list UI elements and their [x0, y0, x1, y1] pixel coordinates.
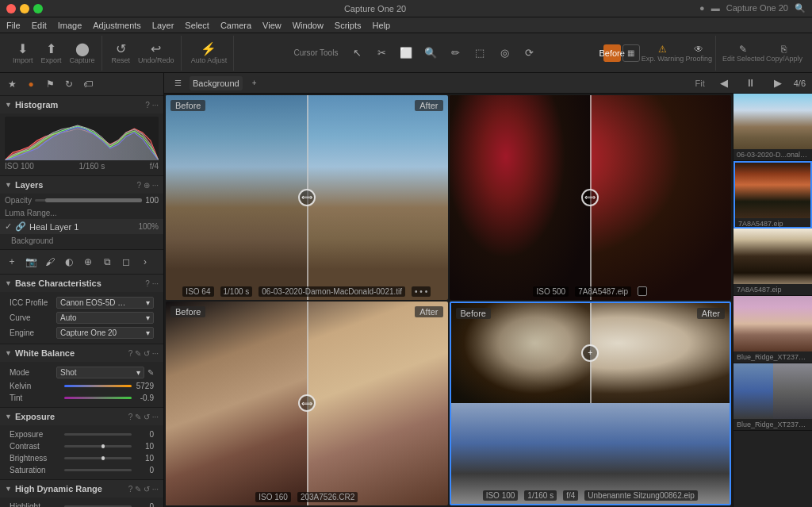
cursor-tool-3[interactable]: ⬜ [395, 42, 417, 64]
viewer-cell-food[interactable]: ⟺ ISO 500 7A8A5487.eip [450, 95, 732, 300]
curve-label: Curve [10, 313, 53, 322]
exp-warning-button[interactable]: ⚠ Exp. Warning [642, 44, 684, 63]
menu-window[interactable]: Window [293, 21, 324, 30]
filmstrip-item-3[interactable]: 7A8A5487.eip [733, 229, 812, 296]
grid-button[interactable]: ▦ [622, 44, 640, 62]
histogram-header[interactable]: ▼ Histogram ? ··· [0, 96, 163, 113]
icc-select[interactable]: Canon EOS-5D Mk IV Generic... ▾ [56, 297, 154, 309]
filmstrip-item-4[interactable]: Blue_Ridge_XT23721.RAF [733, 296, 812, 363]
cursor-tool-8[interactable]: ⟳ [518, 42, 540, 64]
wb-header[interactable]: ▼ White Balance ? ✎ ↺ ··· [0, 344, 163, 362]
menu-scripts[interactable]: Scripts [335, 21, 362, 30]
cursor-tool-1[interactable]: ↖ [346, 42, 368, 64]
cursor-tool-2[interactable]: ✂ [370, 42, 393, 64]
add-tool[interactable]: + [3, 253, 21, 271]
cursor-tool-4[interactable]: 🔍 [419, 42, 442, 64]
engine-select[interactable]: Capture One 20 ▾ [56, 327, 154, 339]
menu-adjustments[interactable]: Adjustments [93, 21, 141, 30]
base-header[interactable]: ▼ Base Characteristics ? ··· [0, 275, 163, 292]
copy-apply-button[interactable]: ⎘ Copy/Apply [766, 44, 802, 63]
edit-selected-button[interactable]: ✎ Edit Selected [722, 44, 764, 63]
gradient-tool[interactable]: ◐ [60, 253, 78, 271]
nav-pause-btn[interactable]: ⏸ [740, 73, 762, 94]
filmstrip-item-1[interactable]: 06-03-2020-D...onald-0021.tif [733, 94, 812, 161]
food2-info: ISO 100 1/160 s f/4 Unbenannte Sitzung00… [451, 490, 730, 501]
food-split-handle[interactable]: ⟺ [581, 189, 599, 206]
fullscreen-button[interactable] [33, 4, 43, 13]
auto-adjust-button[interactable]: ⚡ Auto Adjust [188, 40, 231, 66]
main-toolbar: ⬇ Import ⬆ Export ⬤ Capture ↺ Reset ↩ Un… [0, 33, 812, 73]
opacity-slider[interactable] [35, 199, 142, 202]
contrast-slider[interactable] [64, 445, 132, 447]
brush-tool[interactable]: 🖌 [41, 253, 59, 271]
cursor-tool-7[interactable]: ◎ [493, 42, 515, 64]
food2-after-label: After [697, 308, 725, 319]
viewer-grid: Before After ⟺ ISO 64 1/100 s 06-03-2020… [164, 94, 733, 507]
filmstrip-item-5[interactable]: Blue_Ridge_XT23721.RAF [733, 363, 812, 431]
saturation-slider[interactable] [64, 469, 132, 471]
histogram-content: ISO 100 1/160 s f/4 [0, 113, 163, 175]
viewer-cell-mountains[interactable]: Before After ⟺ ISO 64 1/100 s 06-03-2020… [166, 95, 448, 300]
erase-tool[interactable]: ◻ [117, 253, 135, 271]
heal-tool[interactable]: ⊕ [79, 253, 97, 271]
layer-1-item[interactable]: ✓ 🔗 Heal Layer 1 100% [0, 219, 163, 234]
luma-range-btn[interactable]: Luma Range... [0, 207, 163, 219]
wb-arrow: ▼ [5, 349, 12, 357]
filmstrip-item-2[interactable]: 7A8A5487.eip [733, 161, 812, 229]
cursor-tool-6[interactable]: ⬚ [469, 42, 491, 64]
close-button[interactable] [6, 4, 16, 13]
import-button[interactable]: ⬇ Import [10, 40, 36, 66]
quick-tool-flag[interactable]: ⚑ [41, 75, 59, 93]
menu-help[interactable]: Help [372, 21, 390, 30]
brightness-slider[interactable] [64, 457, 132, 459]
food2-filename: Unbenannte Sitzung00862.eip [584, 490, 698, 501]
viewer-toolbar: ☰ Background + Fit ◀ ⏸ ▶ 4/6 [164, 73, 812, 94]
curve-select[interactable]: Auto ▾ [56, 312, 154, 324]
layers-arrow: ▼ [5, 181, 12, 189]
wb-edit-icon[interactable]: ✎ [147, 368, 154, 377]
undo-redo-button[interactable]: ↩ Undo/Redo [135, 40, 178, 66]
capture-button[interactable]: ⬤ Capture [67, 40, 98, 66]
nav-prev-btn[interactable]: ◀ [713, 73, 735, 94]
highlight-value: 0 [135, 502, 154, 507]
minimize-button[interactable] [20, 4, 29, 13]
menu-image[interactable]: Image [58, 21, 82, 30]
cursor-tool-5[interactable]: ✏ [444, 42, 466, 64]
export-button[interactable]: ⬆ Export [38, 40, 65, 66]
hdr-arrow: ▼ [5, 485, 12, 493]
nav-next-btn[interactable]: ▶ [767, 73, 789, 94]
quick-tool-rotate[interactable]: ↻ [60, 75, 78, 93]
food-checkbox[interactable] [638, 286, 647, 296]
viewer-cell-portrait[interactable]: Before After ⟺ ISO 160 203A7526.CR2 [166, 302, 448, 506]
quick-tool-star[interactable]: ★ [3, 75, 21, 93]
mode-select[interactable]: Shot ▾ [56, 367, 144, 378]
before-button[interactable]: Before [603, 44, 621, 62]
layers-header[interactable]: ▼ Layers ? ⊕ ··· [0, 176, 163, 194]
search-icon[interactable]: 🔍 [795, 3, 806, 13]
clone-tool[interactable]: ⧉ [98, 253, 116, 271]
viewer-prev-btn[interactable]: ☰ [170, 76, 185, 90]
food2-split-handle[interactable]: + [581, 344, 599, 362]
tint-slider[interactable] [64, 397, 132, 399]
add-layer-btn[interactable]: + [247, 76, 262, 90]
menu-view[interactable]: View [262, 21, 282, 30]
more-tools[interactable]: › [136, 253, 154, 271]
menu-layer[interactable]: Layer [152, 21, 174, 30]
menu-select[interactable]: Select [185, 21, 209, 30]
menu-file[interactable]: File [6, 21, 21, 30]
traffic-lights [6, 4, 43, 13]
quick-tool-tag[interactable]: 🏷 [79, 75, 97, 93]
proofing-button[interactable]: 👁 Proofing [685, 44, 712, 63]
menu-edit[interactable]: Edit [32, 21, 47, 30]
kelvin-slider[interactable] [64, 385, 132, 387]
quick-tool-color[interactable]: ● [22, 75, 40, 93]
reset-button[interactable]: ↺ Reset [109, 40, 134, 66]
brightness-label: Brightness [10, 454, 61, 463]
exposure-slider[interactable] [64, 433, 132, 436]
camera-icon-btn[interactable]: 📷 [22, 253, 40, 271]
hdr-header[interactable]: ▼ High Dynamic Range ? ✎ ↺ ··· [0, 480, 163, 497]
curve-chevron-icon: ▾ [146, 313, 150, 322]
menu-camera[interactable]: Camera [220, 21, 251, 30]
exposure-header[interactable]: ▼ Exposure ? ✎ ↺ ··· [0, 408, 163, 425]
viewer-cell-food2[interactable]: Before After + ISO 100 1/160 s f/4 Unben… [450, 302, 732, 506]
